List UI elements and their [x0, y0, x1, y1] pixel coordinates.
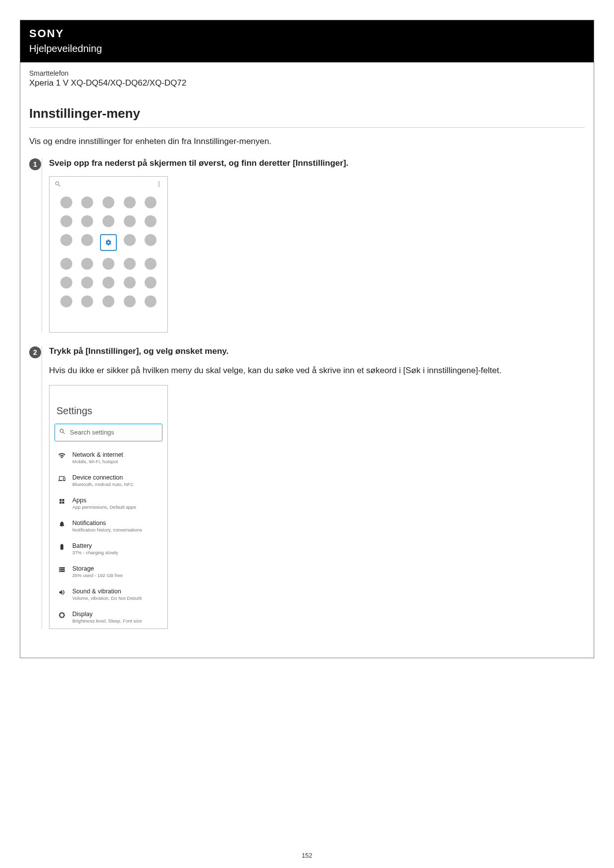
step-number-badge: 1 [29, 158, 42, 333]
app-placeholder[interactable] [60, 215, 72, 227]
bell-icon [56, 521, 67, 528]
row-title: Display [72, 611, 142, 618]
svg-point-0 [158, 182, 159, 183]
app-placeholder[interactable] [81, 295, 93, 307]
app-placeholder[interactable] [145, 258, 156, 270]
device-type: Smarttelefon [29, 69, 585, 77]
app-placeholder[interactable] [60, 196, 72, 208]
svg-rect-3 [59, 499, 61, 501]
settings-row-sound[interactable]: Sound & vibrationVolume, vibration, Do N… [50, 583, 167, 606]
row-sub: Mobile, Wi-Fi, hotspot [72, 459, 123, 464]
settings-row-display[interactable]: DisplayBrightness level, Sleep, Font siz… [50, 606, 167, 628]
app-placeholder[interactable] [60, 234, 72, 246]
row-sub: Notification history, conversations [72, 527, 142, 532]
row-title: Notifications [72, 520, 142, 527]
settings-app-highlighted[interactable] [100, 234, 117, 251]
app-placeholder[interactable] [81, 258, 93, 270]
step-1: 1 Sveip opp fra nederst på skjermen til … [29, 158, 585, 333]
svg-point-2 [158, 186, 159, 187]
settings-title: Settings [50, 386, 167, 424]
help-guide-label: Hjelpeveiledning [29, 43, 585, 54]
settings-row-notifications[interactable]: NotificationsNotification history, conve… [50, 515, 167, 537]
apps-icon [56, 498, 67, 505]
step-number: 2 [29, 346, 41, 358]
app-placeholder[interactable] [124, 295, 136, 307]
search-placeholder: Search settings [70, 429, 114, 436]
wifi-icon [56, 452, 67, 459]
intro-text: Vis og endre innstillinger for enheten d… [29, 137, 585, 146]
device-header: Smarttelefon Xperia 1 V XQ-DQ54/XQ-DQ62/… [20, 62, 594, 92]
svg-rect-6 [62, 501, 64, 503]
row-title: Device connection [72, 474, 134, 481]
app-placeholder[interactable] [102, 277, 114, 289]
settings-row-network[interactable]: Network & internetMobile, Wi-Fi, hotspot [50, 446, 167, 469]
app-placeholder[interactable] [60, 258, 72, 270]
app-placeholder[interactable] [124, 196, 136, 208]
search-settings-field[interactable]: Search settings [54, 424, 162, 441]
row-sub: Volume, vibration, Do Not Disturb [72, 595, 142, 601]
storage-icon [56, 566, 67, 573]
app-placeholder[interactable] [145, 234, 156, 246]
app-drawer-topbar [50, 177, 167, 192]
app-placeholder[interactable] [102, 295, 114, 307]
brightness-icon [56, 612, 67, 619]
devices-icon [56, 475, 67, 482]
app-placeholder[interactable] [145, 277, 156, 289]
screenshot-app-drawer [49, 176, 168, 333]
app-placeholder[interactable] [124, 215, 136, 227]
app-placeholder[interactable] [60, 295, 72, 307]
page-number: 152 [0, 852, 614, 859]
app-placeholder[interactable] [102, 196, 114, 208]
step-2: 2 Trykk på [Innstillinger], og velg ønsk… [29, 346, 585, 629]
app-placeholder[interactable] [145, 295, 156, 307]
row-sub: 25% used - 192 GB free [72, 573, 123, 578]
step-1-title: Sveip opp fra nederst på skjermen til øv… [49, 158, 585, 168]
app-placeholder[interactable] [145, 215, 156, 227]
row-sub: Brightness level, Sleep, Font size [72, 618, 142, 624]
app-placeholder[interactable] [60, 277, 72, 289]
volume-icon [56, 589, 67, 596]
settings-row-storage[interactable]: Storage25% used - 192 GB free [50, 560, 167, 583]
svg-rect-4 [62, 499, 64, 501]
device-model: Xperia 1 V XQ-DQ54/XQ-DQ62/XQ-DQ72 [29, 78, 585, 88]
app-placeholder[interactable] [102, 215, 114, 227]
row-title: Storage [72, 565, 123, 572]
row-sub: Bluetooth, Android Auto, NFC [72, 482, 134, 487]
divider [29, 127, 585, 128]
header-banner: SONY Hjelpeveiledning [20, 20, 594, 62]
settings-row-device-connection[interactable]: Device connectionBluetooth, Android Auto… [50, 469, 167, 492]
search-icon[interactable] [54, 181, 61, 188]
app-placeholder[interactable] [81, 234, 93, 246]
search-icon [59, 428, 70, 437]
more-icon[interactable] [155, 181, 162, 188]
row-title: Apps [72, 497, 136, 504]
app-placeholder[interactable] [145, 196, 156, 208]
settings-row-apps[interactable]: AppsApp permissions, Default apps [50, 492, 167, 515]
step-2-title: Trykk på [Innstillinger], og velg ønsket… [49, 346, 585, 356]
app-placeholder[interactable] [124, 234, 136, 246]
svg-rect-5 [59, 501, 61, 503]
step-number-badge: 2 [29, 346, 42, 629]
app-grid [50, 192, 167, 332]
screenshot-settings: Settings Search settings Network & inter… [49, 385, 168, 629]
app-placeholder[interactable] [81, 277, 93, 289]
svg-point-1 [158, 184, 159, 185]
row-title: Battery [72, 542, 118, 549]
settings-row-battery[interactable]: Battery37% - charging slowly [50, 537, 167, 560]
step-2-text: Hvis du ikke er sikker på hvilken meny d… [49, 364, 585, 377]
row-title: Sound & vibration [72, 588, 142, 595]
app-placeholder[interactable] [124, 258, 136, 270]
gear-icon [102, 237, 114, 248]
app-placeholder[interactable] [124, 277, 136, 289]
app-placeholder[interactable] [81, 196, 93, 208]
step-number: 1 [29, 158, 41, 170]
page-title: Innstillinger-meny [29, 106, 585, 121]
row-title: Network & internet [72, 451, 123, 458]
row-sub: 37% - charging slowly [72, 550, 118, 555]
app-placeholder[interactable] [102, 258, 114, 270]
battery-icon [56, 543, 67, 550]
brand-logo: SONY [29, 27, 585, 40]
app-placeholder[interactable] [81, 215, 93, 227]
row-sub: App permissions, Default apps [72, 504, 136, 510]
